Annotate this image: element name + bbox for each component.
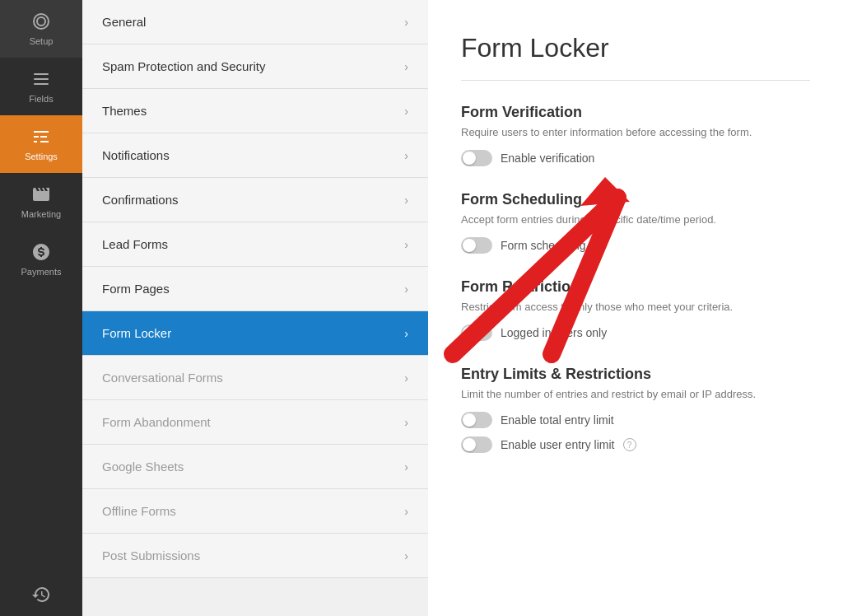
section-title-form-restrictions: Form Restrictions (461, 278, 810, 296)
toggle-row-total-entry-limit: Enable total entry limit (461, 412, 810, 428)
chevron-icon: › (404, 460, 408, 474)
chevron-icon: › (404, 282, 408, 296)
menu-label-conversational-forms: Conversational Forms (102, 371, 223, 385)
menu-item-post-submissions[interactable]: Post Submissions › (82, 534, 428, 578)
toggle-row-user-entry-limit: Enable user entry limit ? (461, 436, 810, 453)
chevron-icon: › (404, 60, 408, 73)
sidebar-label-settings: Settings (25, 152, 58, 161)
toggle-enable-verification[interactable] (461, 150, 492, 166)
section-entry-limits: Entry Limits & Restrictions Limit the nu… (461, 366, 810, 453)
svg-rect-2 (34, 83, 49, 85)
sidebar-item-fields[interactable]: Fields (0, 58, 82, 115)
menu-label-spam-protection: Spam Protection and Security (102, 59, 265, 73)
menu-label-offline-forms: Offline Forms (102, 504, 176, 518)
section-divider (461, 80, 810, 81)
toggle-row-enable-verification: Enable verification (461, 150, 810, 166)
toggle-user-entry-limit[interactable] (461, 436, 492, 453)
menu-label-confirmations: Confirmations (102, 193, 179, 207)
menu-item-form-locker[interactable]: Form Locker › (82, 311, 428, 356)
settings-icon (31, 127, 51, 147)
toggle-row-logged-in-users: Logged in users only (461, 324, 810, 341)
menu-sidebar: General › Spam Protection and Security ›… (82, 0, 428, 616)
sidebar-label-fields: Fields (29, 94, 53, 104)
sidebar-item-payments[interactable]: Payments (0, 231, 82, 288)
page-title: Form Locker (461, 33, 810, 63)
section-title-form-scheduling: Form Scheduling (461, 191, 810, 208)
toggle-total-entry-limit[interactable] (461, 412, 492, 428)
menu-item-conversational-forms[interactable]: Conversational Forms › (82, 356, 428, 400)
svg-rect-0 (34, 73, 49, 75)
menu-item-general[interactable]: General › (82, 0, 428, 44)
marketing-icon (31, 184, 51, 204)
menu-item-spam-protection[interactable]: Spam Protection and Security › (82, 44, 428, 89)
menu-item-lead-forms[interactable]: Lead Forms › (82, 222, 428, 267)
section-desc-form-verification: Require users to enter information befor… (461, 126, 810, 138)
menu-label-notifications: Notifications (102, 148, 170, 162)
section-desc-entry-limits: Limit the number of entries and restrict… (461, 388, 810, 400)
toggle-label-user-entry-limit: Enable user entry limit (501, 438, 615, 451)
sidebar-label-payments: Payments (21, 267, 62, 277)
menu-item-notifications[interactable]: Notifications › (82, 133, 428, 178)
sidebar-item-marketing[interactable]: Marketing (0, 173, 82, 231)
chevron-icon: › (404, 371, 408, 385)
section-form-restrictions: Form Restrictions Restrict form access t… (461, 278, 810, 341)
menu-label-form-abandonment: Form Abandonment (102, 415, 211, 429)
section-desc-form-restrictions: Restrict form access to only those who m… (461, 301, 810, 313)
menu-label-themes: Themes (102, 104, 147, 118)
content-area: Form Locker Form Verification Require us… (428, 0, 843, 616)
help-icon-user-entry-limit[interactable]: ? (623, 438, 636, 451)
section-title-form-verification: Form Verification (461, 104, 810, 121)
toggle-logged-in-users[interactable] (461, 324, 492, 341)
toggle-form-scheduling[interactable] (461, 237, 492, 254)
toggle-label-enable-verification: Enable verification (501, 152, 594, 165)
chevron-icon: › (404, 327, 408, 340)
sidebar-item-history[interactable] (0, 573, 82, 616)
toggle-label-total-entry-limit: Enable total entry limit (501, 413, 614, 427)
menu-item-google-sheets[interactable]: Google Sheets › (82, 445, 428, 489)
menu-label-lead-forms: Lead Forms (102, 237, 168, 251)
menu-item-themes[interactable]: Themes › (82, 89, 428, 133)
payments-icon (31, 242, 51, 262)
chevron-icon: › (404, 416, 408, 429)
toggle-label-form-scheduling: Form scheduling (501, 239, 586, 252)
toggle-row-form-scheduling: Form scheduling (461, 237, 810, 254)
icon-sidebar: Setup Fields Settings Marketing Payments (0, 0, 82, 616)
section-title-entry-limits: Entry Limits & Restrictions (461, 366, 810, 383)
chevron-icon: › (404, 505, 408, 518)
svg-rect-1 (34, 78, 49, 80)
section-form-verification: Form Verification Require users to enter… (461, 104, 810, 166)
sidebar-item-settings[interactable]: Settings (0, 115, 82, 173)
fields-icon (31, 69, 51, 89)
menu-label-google-sheets: Google Sheets (102, 460, 184, 474)
chevron-icon: › (404, 149, 408, 162)
chevron-icon: › (404, 194, 408, 207)
sidebar-label-marketing: Marketing (21, 209, 61, 219)
chevron-icon: › (404, 105, 408, 118)
section-desc-form-scheduling: Accept form entries during a specific da… (461, 213, 810, 226)
toggle-label-logged-in-users: Logged in users only (501, 326, 607, 339)
menu-label-form-locker: Form Locker (102, 326, 171, 340)
setup-icon (31, 12, 51, 31)
chevron-icon: › (404, 16, 408, 29)
sidebar-item-setup[interactable]: Setup (0, 0, 82, 58)
main-content: Form Locker Form Verification Require us… (428, 0, 843, 616)
history-icon (31, 585, 51, 604)
menu-label-general: General (102, 15, 146, 29)
menu-item-form-abandonment[interactable]: Form Abandonment › (82, 400, 428, 445)
sidebar-label-setup: Setup (30, 36, 54, 46)
chevron-icon: › (404, 238, 408, 251)
menu-label-form-pages: Form Pages (102, 282, 170, 296)
chevron-icon: › (404, 549, 408, 562)
menu-item-form-pages[interactable]: Form Pages › (82, 267, 428, 311)
menu-item-confirmations[interactable]: Confirmations › (82, 178, 428, 222)
section-form-scheduling: Form Scheduling Accept form entries duri… (461, 191, 810, 254)
menu-label-post-submissions: Post Submissions (102, 548, 200, 562)
menu-item-offline-forms[interactable]: Offline Forms › (82, 489, 428, 534)
